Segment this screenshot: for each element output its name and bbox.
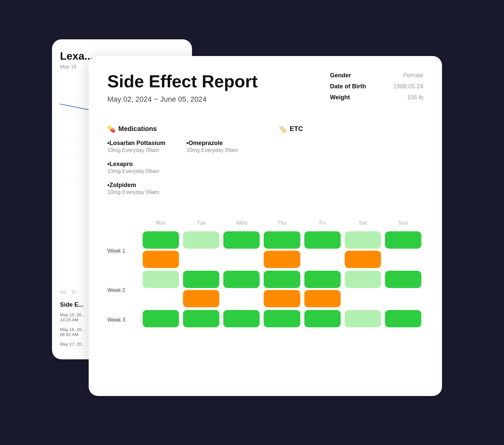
w2-sun	[383, 269, 423, 309]
week-1-label: Week 1	[107, 230, 141, 269]
medications-header: 💊 Medications	[107, 125, 252, 133]
med-dosage-2: 10mg Everyday 09am	[107, 189, 173, 195]
pill-icon: 💊	[107, 125, 116, 133]
w2-sat-top	[345, 271, 381, 288]
w3-wed-top	[223, 310, 260, 327]
w2-wed	[221, 269, 262, 309]
day-header-wed: Wed	[221, 220, 262, 230]
med-dosage-0: 10mg Everyday 09am	[107, 147, 173, 153]
w3-mon	[141, 309, 181, 329]
med-name-1: •Lexapro	[107, 161, 173, 168]
day-header-mon: Mon	[141, 220, 181, 230]
w3-thu-top	[264, 310, 300, 327]
w3-sun	[383, 309, 423, 329]
w2-wed-top	[223, 271, 260, 288]
gender-value: Female	[403, 72, 423, 79]
w2-thu-top	[264, 271, 300, 288]
w2-sat	[343, 269, 383, 309]
axis-15: 15	[71, 290, 76, 295]
w1-wed-top	[223, 231, 260, 249]
etc-label: ETC	[290, 125, 303, 133]
calendar-section: Mon Tue Wed Thu Fri Sat Sun Week 1	[107, 220, 423, 329]
dob-label: Date of Birth	[330, 83, 366, 90]
med-item-col2-0: •Omeprazole 10mg Everyday 09am	[186, 140, 252, 153]
patient-info: Gender Female Date of Birth 1988.05.24 W…	[330, 72, 423, 105]
main-report-card: Side Effect Report May 02, 2024 ~ June 0…	[89, 56, 442, 396]
medications-label: Medications	[118, 125, 157, 133]
weight-value: 156 lb	[407, 94, 423, 101]
w2-thu	[262, 269, 302, 309]
day-header-fri: Fri	[302, 220, 343, 230]
med-dosage-col2-0: 10mg Everyday 09am	[186, 147, 252, 153]
w1-sat	[343, 230, 383, 269]
w2-fri-bottom	[304, 290, 341, 307]
w3-sat	[343, 309, 383, 329]
w1-mon-top	[143, 231, 179, 249]
w1-mon-bottom	[143, 251, 179, 268]
calendar-grid: Mon Tue Wed Thu Fri Sat Sun Week 1	[107, 220, 423, 329]
etc-section: 🏷️ ETC	[279, 125, 423, 203]
w3-wed	[221, 309, 262, 329]
w3-sat-top	[345, 310, 381, 327]
w2-mon-top	[143, 271, 179, 288]
weight-label: Weight	[330, 94, 350, 101]
report-title: Side Effect Report	[107, 72, 258, 91]
w3-tue	[181, 309, 221, 329]
patient-weight-row: Weight 156 lb	[330, 94, 423, 101]
med-item-2: •Zolpidem 10mg Everyday 09am	[107, 182, 173, 195]
med-name-col2-0: •Omeprazole	[186, 140, 252, 147]
w1-thu	[262, 230, 302, 269]
w2-fri	[302, 269, 343, 309]
w2-fri-top	[304, 271, 341, 288]
axis-sat: Sat	[60, 290, 66, 295]
medications-list: 💊 Medications •Losartan Pottasium 10mg E…	[107, 125, 252, 203]
w2-tue	[181, 269, 221, 309]
patient-gender-row: Gender Female	[330, 72, 423, 79]
report-date-range: May 02, 2024 ~ June 05, 2024	[107, 95, 258, 104]
report-header: Side Effect Report May 02, 2024 ~ June 0…	[107, 72, 423, 105]
w2-sun-top	[385, 271, 421, 288]
w1-sun	[383, 230, 423, 269]
w1-thu-top	[264, 231, 300, 249]
med-dosage-1: 10mg Everyday 09am	[107, 168, 173, 174]
w2-mon	[141, 269, 181, 309]
w1-sun-top	[385, 231, 421, 249]
w2-tue-top	[183, 271, 219, 288]
w3-sun-top	[385, 310, 421, 327]
w1-thu-bottom	[264, 251, 300, 268]
report-title-block: Side Effect Report May 02, 2024 ~ June 0…	[107, 72, 258, 104]
w1-fri	[302, 230, 343, 269]
w1-sat-top	[345, 231, 381, 249]
med-name-2: •Zolpidem	[107, 182, 173, 189]
patient-dob-row: Date of Birth 1988.05.24	[330, 83, 423, 90]
day-header-sun: Sun	[383, 220, 423, 230]
w1-sat-bottom	[345, 251, 381, 268]
week-2-label: Week 2	[107, 269, 141, 309]
dob-value: 1988.05.24	[393, 83, 423, 90]
med-item-0: •Losartan Pottasium 10mg Everyday 09am	[107, 140, 173, 153]
w1-fri-top	[304, 231, 341, 249]
w1-tue	[181, 230, 221, 269]
med-name-0: •Losartan Pottasium	[107, 140, 173, 147]
med-item-1: •Lexapro 10mg Everyday 09am	[107, 161, 173, 174]
tag-icon: 🏷️	[279, 125, 287, 133]
w3-thu	[262, 309, 302, 329]
calendar-corner	[107, 220, 141, 230]
day-header-thu: Thu	[262, 220, 302, 230]
etc-header: 🏷️ ETC	[279, 125, 423, 133]
gender-label: Gender	[330, 72, 351, 79]
w3-tue-top	[183, 310, 219, 327]
w2-thu-bottom	[264, 290, 300, 307]
week-3-label: Week 3	[107, 309, 141, 329]
w3-fri-top	[304, 310, 341, 327]
w3-mon-top	[143, 310, 179, 327]
day-header-sat: Sat	[343, 220, 383, 230]
day-header-tue: Tue	[181, 220, 221, 230]
w2-tue-bottom	[183, 290, 219, 307]
w1-mon	[141, 230, 181, 269]
w1-tue-top	[183, 231, 219, 249]
w3-fri	[302, 309, 343, 329]
w1-wed	[221, 230, 262, 269]
medications-section: 💊 Medications •Losartan Pottasium 10mg E…	[107, 125, 423, 203]
